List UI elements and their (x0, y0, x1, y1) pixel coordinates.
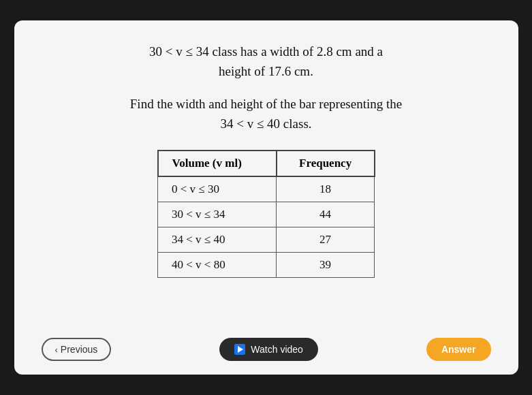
volume-cell: 40 < v < 80 (158, 253, 277, 278)
frequency-cell: 18 (277, 176, 375, 202)
watch-video-label: Watch video (251, 344, 303, 355)
previous-button[interactable]: ‹ Previous (42, 338, 112, 361)
problem-text: 30 < v ≤ 34 class has a width of 2.8 cm … (42, 42, 491, 81)
answer-label: Answer (441, 344, 476, 355)
col-header-frequency: Frequency (277, 151, 375, 176)
data-table: Volume (v ml) Frequency 0 < v ≤ 30 18 30… (157, 150, 375, 278)
volume-cell: 34 < v ≤ 40 (158, 227, 277, 253)
find-line1: Find the width and height of the bar rep… (130, 97, 402, 111)
bottom-bar: ‹ Previous Watch video Answer (42, 330, 491, 361)
chevron-left-icon: ‹ (55, 345, 58, 355)
table-row: 0 < v ≤ 30 18 (158, 176, 375, 202)
frequency-cell: 39 (277, 253, 375, 278)
watch-video-button[interactable]: Watch video (219, 338, 318, 361)
volume-cell: 0 < v ≤ 30 (158, 176, 277, 202)
table-row: 30 < v ≤ 34 44 (158, 202, 375, 227)
problem-line1: 30 < v ≤ 34 class has a width of 2.8 cm … (149, 44, 383, 59)
answer-button[interactable]: Answer (426, 338, 491, 361)
find-line2: 34 < v ≤ 40 class. (220, 116, 311, 131)
video-icon (234, 344, 245, 355)
table-row: 34 < v ≤ 40 27 (158, 227, 375, 253)
previous-label: Previous (61, 344, 97, 355)
table-row: 40 < v < 80 39 (158, 253, 375, 278)
find-text: Find the width and height of the bar rep… (42, 95, 491, 133)
play-triangle-icon (238, 346, 243, 353)
volume-cell: 30 < v ≤ 34 (158, 202, 277, 227)
main-card: 30 < v ≤ 34 class has a width of 2.8 cm … (14, 20, 518, 375)
col-header-volume: Volume (v ml) (158, 151, 277, 176)
problem-line2: height of 17.6 cm. (219, 64, 313, 78)
frequency-cell: 27 (277, 227, 375, 253)
frequency-cell: 44 (277, 202, 375, 227)
